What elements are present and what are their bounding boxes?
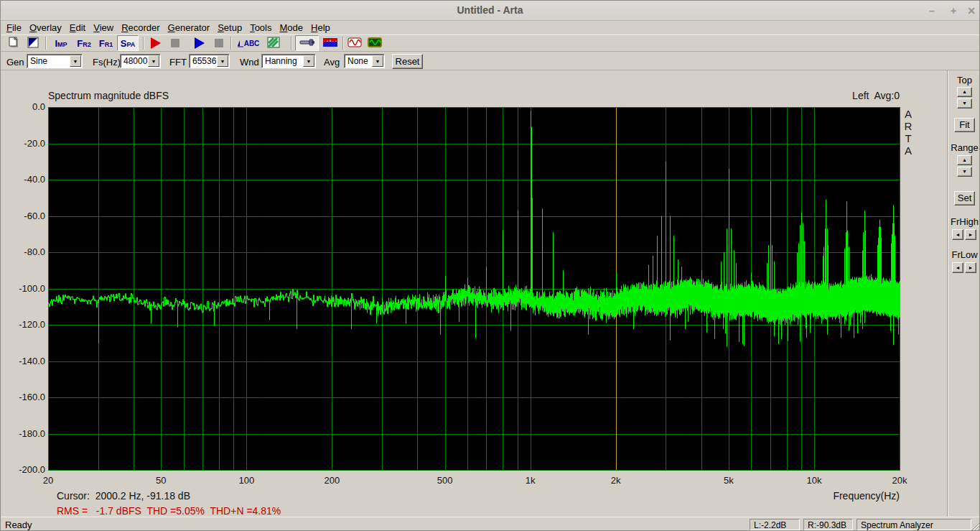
wnd-label: Wnd bbox=[240, 57, 259, 68]
frequency-response-2ch-button[interactable]: FR2 bbox=[73, 35, 95, 51]
chevron-down-icon[interactable]: ▼ bbox=[303, 55, 314, 67]
color-setup-button[interactable] bbox=[24, 35, 42, 51]
fft-label: FFT bbox=[169, 57, 187, 68]
record-start-button[interactable] bbox=[146, 35, 164, 51]
color-palette-icon bbox=[27, 37, 39, 50]
frlow-decrease-button[interactable]: ◄ bbox=[952, 262, 963, 273]
menu-tools[interactable]: Tools bbox=[250, 22, 278, 33]
x-tick-label: 100 bbox=[228, 475, 264, 486]
y-tick-label: -60.0 bbox=[1, 211, 45, 221]
menu-overlay[interactable]: Overlay bbox=[29, 22, 68, 33]
frlow-label: FrLow bbox=[948, 249, 980, 260]
frequency-response-1ch-button[interactable]: FR1 bbox=[95, 35, 116, 51]
overlay-view-button[interactable] bbox=[263, 35, 284, 51]
range-down-button[interactable]: ▼ bbox=[957, 167, 972, 177]
menu-recorder[interactable]: Recorder bbox=[121, 22, 166, 33]
arrow-right-icon: ► bbox=[969, 265, 974, 270]
signal-generator-view-button[interactable] bbox=[365, 35, 384, 51]
distortion-readout: RMS = -1.7 dBFS THD =5.05% THD+N =4.81% bbox=[57, 505, 281, 517]
top-up-button[interactable]: ▲ bbox=[957, 87, 972, 97]
fs-label: Fs(Hz) bbox=[93, 57, 121, 68]
range-label: Range bbox=[948, 142, 980, 153]
gray-stop-icon bbox=[171, 39, 179, 47]
chart-title: Spectrum magnitude dBFS bbox=[48, 90, 169, 101]
arrow-left-icon: ◄ bbox=[956, 265, 961, 270]
gen-label: Gen bbox=[6, 57, 24, 68]
arrow-down-icon: ▼ bbox=[962, 101, 967, 106]
impulse-response-button[interactable]: IMP bbox=[50, 35, 73, 51]
menu-generator[interactable]: Generator bbox=[168, 22, 217, 33]
flashlight-icon bbox=[299, 38, 315, 49]
x-tick-label: 20k bbox=[882, 475, 918, 486]
y-tick-label: -140.0 bbox=[1, 356, 45, 366]
abc-markers-icon: ABC bbox=[237, 39, 260, 47]
resize-grip[interactable] bbox=[970, 521, 980, 531]
spectrum-analyzer-button[interactable]: SPA bbox=[117, 35, 139, 51]
toolbar-separator bbox=[45, 37, 47, 50]
fs-select[interactable]: 48000 ▼ bbox=[120, 54, 161, 68]
range-up-button[interactable]: ▲ bbox=[957, 155, 972, 165]
x-tick-label: 50 bbox=[143, 475, 179, 486]
x-tick-label: 2k bbox=[598, 475, 634, 486]
menu-setup[interactable]: Setup bbox=[218, 22, 248, 33]
chevron-down-icon[interactable]: ▼ bbox=[217, 55, 228, 67]
menu-file[interactable]: File bbox=[6, 22, 28, 33]
top-down-button[interactable]: ▼ bbox=[957, 98, 972, 108]
mode-indicator: Spectrum Analyzer bbox=[857, 519, 971, 530]
generator-stop-button[interactable] bbox=[210, 35, 228, 51]
top-label: Top bbox=[948, 75, 980, 86]
spectrum-plot[interactable] bbox=[48, 107, 900, 471]
set-button[interactable]: Set bbox=[954, 191, 975, 206]
controls-toolbar: Gen Sine ▼ Fs(Hz) 48000 ▼ FFT 65536 ▼ Wn… bbox=[1, 52, 979, 70]
green-hatch-icon bbox=[267, 37, 280, 50]
record-stop-button[interactable] bbox=[166, 35, 184, 51]
chevron-down-icon[interactable]: ▼ bbox=[148, 55, 159, 67]
frhigh-label: FrHigh bbox=[948, 216, 980, 227]
status-ready: Ready bbox=[5, 520, 32, 530]
chevron-down-icon[interactable]: ▼ bbox=[372, 55, 383, 67]
y-tick-label: 0.0 bbox=[1, 101, 45, 112]
close-button[interactable]: ✕ bbox=[963, 4, 979, 18]
arrow-up-icon: ▲ bbox=[962, 157, 967, 162]
signal-magnifier-button[interactable] bbox=[295, 35, 319, 51]
minimize-button[interactable]: – bbox=[924, 4, 940, 18]
fit-button[interactable]: Fit bbox=[954, 118, 975, 132]
app-window: Untitled - Arta – + ✕ File Overlay Edit … bbox=[0, 0, 980, 531]
red-play-icon bbox=[151, 37, 161, 49]
new-file-button[interactable] bbox=[5, 35, 22, 51]
arrow-left-icon: ◄ bbox=[956, 232, 961, 237]
y-tick-label: -200.0 bbox=[1, 464, 45, 475]
cursor-readout: Cursor: 2000.2 Hz, -91.18 dB bbox=[57, 490, 190, 502]
y-tick-label: -40.0 bbox=[1, 174, 45, 185]
y-tick-label: -120.0 bbox=[1, 319, 45, 330]
maximize-button[interactable]: + bbox=[946, 4, 961, 18]
frlow-increase-button[interactable]: ► bbox=[965, 262, 976, 273]
menu-help[interactable]: Help bbox=[311, 22, 337, 33]
arta-watermark: ARTA bbox=[903, 108, 913, 157]
menu-view[interactable]: View bbox=[93, 22, 120, 33]
x-axis-title: Frequency(Hz) bbox=[833, 490, 900, 502]
title-bar: Untitled - Arta – + ✕ bbox=[1, 1, 979, 21]
fft-select[interactable]: 65536 ▼ bbox=[189, 54, 230, 68]
right-channel-level: R:-90.3dB bbox=[803, 519, 853, 530]
gen-select[interactable]: Sine ▼ bbox=[27, 54, 83, 68]
oscilloscope-icon bbox=[347, 37, 362, 50]
green-sine-icon bbox=[368, 37, 382, 50]
toolbar-separator bbox=[291, 37, 292, 50]
menu-mode[interactable]: Mode bbox=[280, 22, 310, 33]
spectrogram-button[interactable] bbox=[321, 35, 340, 51]
spectrum-chart-panel: Spectrum magnitude dBFS Left Avg:0 0.0-2… bbox=[1, 70, 948, 517]
red-blue-spectrum-icon bbox=[323, 37, 337, 49]
menu-bar: File Overlay Edit View Recorder Generato… bbox=[1, 21, 979, 34]
labels-button[interactable]: ABC bbox=[235, 35, 261, 51]
chevron-down-icon[interactable]: ▼ bbox=[70, 55, 81, 67]
reset-button[interactable]: Reset bbox=[392, 54, 423, 69]
wnd-select[interactable]: Hanning ▼ bbox=[261, 54, 316, 68]
generator-start-button[interactable] bbox=[190, 35, 208, 51]
time-record-view-button[interactable] bbox=[345, 35, 364, 51]
frhigh-decrease-button[interactable]: ◄ bbox=[952, 229, 963, 240]
window-title: Untitled - Arta bbox=[1, 4, 979, 16]
menu-edit[interactable]: Edit bbox=[70, 22, 92, 33]
frhigh-increase-button[interactable]: ► bbox=[965, 229, 976, 240]
avg-select[interactable]: None ▼ bbox=[344, 54, 385, 68]
